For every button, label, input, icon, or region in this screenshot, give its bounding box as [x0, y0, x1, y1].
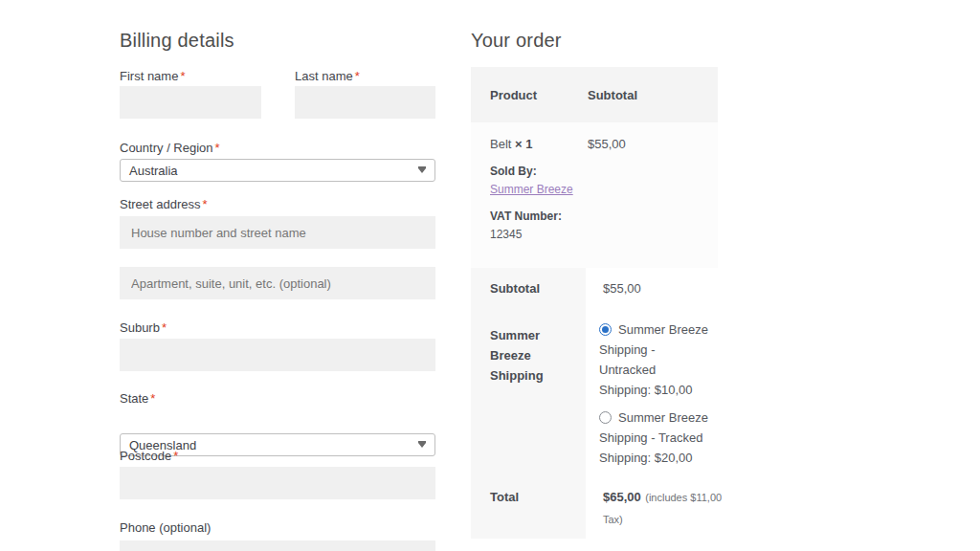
first-name-input[interactable]: [120, 86, 261, 119]
vat-number-value: 12345: [490, 228, 522, 241]
order-item-quantity: × 1: [515, 137, 532, 151]
last-name-input[interactable]: [295, 86, 435, 119]
street-address-input[interactable]: [120, 216, 435, 249]
phone-label: Phone (optional): [120, 520, 211, 535]
postcode-input[interactable]: [120, 467, 435, 499]
shipping-option-text: Untracked: [599, 360, 706, 380]
shipping-option-text: Summer Breeze: [618, 322, 708, 337]
suburb-input[interactable]: [120, 339, 435, 371]
order-footer-label-column: [471, 268, 586, 539]
required-mark: *: [162, 320, 167, 335]
billing-details-title: Billing details: [120, 29, 234, 52]
order-total-value: $65,00 (includes $11,00 Tax): [603, 488, 718, 525]
radio-unselected-icon[interactable]: [599, 411, 612, 424]
order-table-header-row: Product Subtotal: [471, 67, 718, 122]
product-column-header: Product: [490, 88, 537, 102]
order-review-table: Product Subtotal Belt × 1 $55,00 Sold By…: [471, 67, 718, 539]
chevron-down-icon: [418, 443, 426, 448]
required-mark: *: [203, 197, 208, 211]
order-item-price: $55,00: [588, 137, 626, 151]
street-address-label: Street address*: [120, 197, 208, 211]
order-item-name: Belt × 1: [490, 137, 532, 151]
state-label: State*: [120, 391, 155, 406]
your-order-title: Your order: [471, 29, 562, 52]
required-mark: *: [355, 69, 360, 83]
apartment-input[interactable]: [120, 267, 435, 299]
vat-number-label: VAT Number:: [490, 209, 562, 223]
first-name-label: First name*: [120, 69, 185, 83]
suburb-label: Suburb*: [120, 320, 167, 335]
shipping-option-text: Shipping: $10,00: [599, 380, 706, 400]
radio-selected-icon[interactable]: [599, 323, 612, 336]
order-subtotal-value: $55,00: [603, 281, 641, 296]
order-total-label: Total: [490, 490, 519, 504]
shipping-option-untracked[interactable]: Summer Breeze Shipping - Untracked Shipp…: [599, 320, 706, 400]
checkout-page: Billing details First name* Last name* C…: [0, 0, 980, 551]
country-select[interactable]: Australia: [120, 159, 435, 182]
country-select-value: Australia: [129, 164, 178, 178]
total-amount: $65,00: [603, 490, 641, 504]
sold-by-label: Sold By:: [490, 165, 537, 178]
shipping-method-label: Summer Breeze Shipping: [490, 325, 553, 386]
total-tax-note: (includes $11,00: [645, 492, 722, 503]
postcode-label: Postcode*: [120, 449, 178, 463]
seller-link[interactable]: Summer Breeze: [490, 183, 573, 196]
required-mark: *: [215, 141, 220, 155]
last-name-label: Last name*: [295, 69, 360, 83]
shipping-option-tracked[interactable]: Summer Breeze Shipping - Tracked Shippin…: [599, 408, 706, 468]
chevron-down-icon: [418, 168, 426, 173]
shipping-option-text: Shipping - Tracked: [599, 428, 706, 448]
total-tax-note: Tax): [603, 514, 718, 525]
shipping-option-text: Shipping: $20,00: [599, 448, 706, 468]
subtotal-column-header: Subtotal: [588, 88, 637, 102]
shipping-options: Summer Breeze Shipping - Untracked Shipp…: [599, 320, 706, 468]
required-mark: *: [173, 449, 178, 463]
order-item-row: Belt × 1 $55,00 Sold By: Summer Breeze V…: [471, 122, 718, 268]
phone-input[interactable]: [120, 540, 435, 551]
shipping-option-text: Summer Breeze: [618, 410, 708, 425]
country-label: Country / Region*: [120, 141, 220, 155]
required-mark: *: [150, 391, 155, 406]
required-mark: *: [180, 69, 185, 83]
shipping-option-text: Shipping -: [599, 340, 706, 360]
order-subtotal-label: Subtotal: [490, 281, 540, 296]
